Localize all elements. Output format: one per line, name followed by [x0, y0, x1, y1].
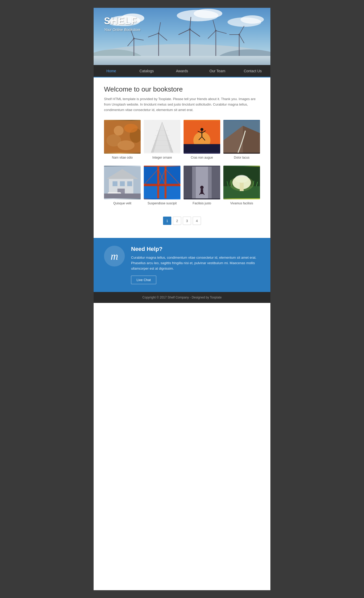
- grid-label-8: Vivamus facilisis: [230, 202, 253, 205]
- help-text: Curabitur magna tellus, condimentum vita…: [131, 255, 260, 271]
- page-btn-1[interactable]: 1: [163, 217, 171, 225]
- grid-label-4: Dolor lacus: [234, 156, 249, 159]
- svg-point-7: [240, 15, 264, 24]
- page-btn-2[interactable]: 2: [173, 217, 181, 225]
- nav-catalogs[interactable]: Catalogs: [129, 65, 164, 77]
- svg-rect-75: [104, 194, 141, 199]
- welcome-text: Shelf HTML template is provided by Toopl…: [104, 96, 260, 113]
- navigation: Home Catalogs Awards Our Team Contact Us: [94, 65, 270, 77]
- image-grid-1: Nam vitae odio: [104, 120, 260, 159]
- live-chat-button[interactable]: Live Chat: [131, 276, 156, 284]
- nav-our-team[interactable]: Our Team: [200, 65, 235, 77]
- grid-label-1: Nam vitae odio: [112, 156, 133, 159]
- svg-rect-87: [212, 167, 220, 198]
- svg-rect-68: [113, 181, 118, 186]
- grid-label-3: Cras non augue: [191, 156, 213, 159]
- svg-rect-70: [127, 181, 132, 186]
- svg-rect-77: [144, 186, 180, 198]
- welcome-title: Welcome to our bookstore: [104, 85, 260, 93]
- nav-awards[interactable]: Awards: [164, 65, 200, 77]
- footer-text: Copyright © 2017 Shelf Company - Designe…: [142, 296, 222, 299]
- grid-label-2: Integer ornare: [152, 156, 172, 159]
- page-btn-4[interactable]: 4: [193, 217, 201, 225]
- grid-item-1: Nam vitae odio: [104, 120, 141, 159]
- svg-point-5: [194, 9, 222, 18]
- grid-image-2: [144, 120, 180, 154]
- pagination: 1 2 3 4: [104, 211, 260, 230]
- image-grid-2: Quisque velit: [104, 166, 260, 205]
- nav-contact-us[interactable]: Contact Us: [235, 65, 270, 77]
- grid-item-2: Integer ornare: [144, 120, 180, 159]
- grid-image-4: [223, 120, 260, 154]
- help-icon: m: [111, 250, 118, 262]
- grid-image-7: [184, 166, 220, 199]
- svg-point-42: [124, 124, 138, 133]
- grid-image-6: [144, 166, 180, 199]
- help-title: Need Help?: [131, 246, 260, 252]
- svg-point-103: [230, 177, 254, 191]
- svg-point-90: [200, 186, 204, 189]
- grid-label-5: Quisque velit: [113, 202, 131, 205]
- image-row-1: Nam vitae odio: [104, 120, 260, 159]
- svg-rect-69: [120, 181, 125, 186]
- page-wrapper: SHELF Your Online Bookstore Home Catalog…: [94, 8, 270, 590]
- help-content: Need Help? Curabitur magna tellus, condi…: [131, 246, 260, 284]
- svg-rect-86: [184, 167, 192, 198]
- grid-image-3: [184, 120, 220, 154]
- svg-point-41: [114, 126, 124, 136]
- hero-text: SHELF Your Online Bookstore: [104, 16, 140, 32]
- svg-rect-55: [184, 144, 220, 153]
- svg-rect-11: [94, 56, 270, 65]
- grid-label-7: Facilisis justo: [193, 202, 211, 205]
- grid-image-8: [223, 166, 260, 199]
- hero-section: SHELF Your Online Bookstore: [94, 8, 270, 65]
- grid-item-5: Quisque velit: [104, 166, 141, 205]
- svg-point-39: [118, 140, 135, 150]
- grid-image-1: [104, 120, 141, 154]
- help-icon-wrap: m: [104, 246, 125, 266]
- svg-rect-78: [157, 167, 159, 198]
- grid-item-8: Vivamus facilisis: [223, 166, 260, 205]
- svg-rect-79: [165, 167, 167, 198]
- grid-label-6: Suspendisse suscipit: [147, 202, 177, 205]
- grid-item-4: Dolor lacus: [223, 120, 260, 159]
- site-subtitle: Your Online Bookstore: [104, 28, 140, 32]
- grid-item-7: Facilisis justo: [184, 166, 220, 205]
- nav-home[interactable]: Home: [94, 65, 129, 77]
- svg-rect-80: [144, 184, 180, 186]
- svg-point-56: [200, 128, 203, 131]
- grid-item-6: Suspendisse suscipit: [144, 166, 180, 205]
- grid-item-3: Cras non augue: [184, 120, 220, 159]
- grid-image-5: [104, 166, 141, 199]
- site-title: SHELF: [104, 16, 140, 27]
- main-content: Welcome to our bookstore Shelf HTML temp…: [94, 77, 270, 238]
- help-section: m Need Help? Curabitur magna tellus, con…: [94, 238, 270, 292]
- page-btn-3[interactable]: 3: [183, 217, 191, 225]
- footer: Copyright © 2017 Shelf Company - Designe…: [94, 292, 270, 303]
- image-row-2: Quisque velit: [104, 166, 260, 205]
